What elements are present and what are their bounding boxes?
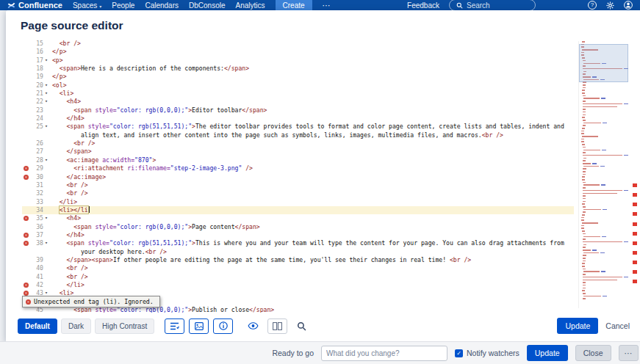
code-line[interactable]: ×37 </h4>: [22, 231, 574, 239]
code-line[interactable]: 28▾ <ac:image ac:width="870">: [22, 156, 574, 164]
fold-arrow-icon[interactable]: ▾: [43, 57, 52, 65]
nav-item-people[interactable]: People: [112, 1, 134, 10]
code-line[interactable]: 22▾ <h4>: [22, 98, 574, 106]
fold-arrow-icon[interactable]: ▾: [43, 98, 52, 106]
code-line[interactable]: 23 <span style="color: rgb(0,0,0);">Edit…: [22, 106, 574, 114]
code-text[interactable]: <span>Here is a description of the compo…: [52, 65, 574, 73]
nav-item-dbconsole[interactable]: DbConsole: [189, 1, 225, 10]
code-line[interactable]: 17▾<p>: [22, 57, 574, 65]
code-line[interactable]: 32 <br />: [22, 189, 574, 197]
fold-arrow-icon[interactable]: ▾: [43, 123, 52, 131]
code-text[interactable]: <li>: [52, 90, 574, 98]
code-line[interactable]: 25▾ <span style="color: rgb(51,51,51);">…: [22, 123, 574, 139]
code-line[interactable]: 33 </li>: [22, 198, 574, 206]
line-number: 41: [30, 273, 43, 281]
code-text[interactable]: <br />: [52, 189, 574, 197]
nav-item-spaces[interactable]: Spaces▾: [73, 1, 101, 10]
code-line[interactable]: 31 <br />: [22, 181, 574, 189]
code-text[interactable]: </li>: [52, 281, 574, 289]
code-line[interactable]: 18 <span>Here is a description of the co…: [22, 65, 574, 73]
code-line[interactable]: ×30 </ac:image>: [22, 173, 574, 181]
image-frame-button[interactable]: [189, 318, 209, 334]
footer-update-button[interactable]: Update: [527, 345, 568, 361]
code-text[interactable]: </li>: [52, 198, 574, 206]
code-text[interactable]: <br />: [52, 264, 574, 272]
code-line[interactable]: 26 <br />: [22, 139, 574, 148]
code-line[interactable]: ×35▾ <h4>: [22, 214, 574, 222]
code-text[interactable]: <ri:attachment ri:filename="step-2-image…: [52, 164, 574, 172]
nav-more-button[interactable]: ⋯: [323, 1, 331, 10]
notify-watchers-checkbox[interactable]: ✓: [455, 349, 463, 357]
minimap-viewport[interactable]: [579, 44, 628, 82]
code-line[interactable]: 27 </span>: [22, 148, 574, 156]
minimap[interactable]: [578, 41, 628, 308]
footer-close-button[interactable]: Close: [575, 345, 611, 361]
code-line[interactable]: 16</p>: [22, 48, 574, 56]
code-text[interactable]: <h4>: [52, 98, 574, 106]
user-avatar[interactable]: [624, 1, 633, 10]
code-text[interactable]: <li></li: [52, 206, 574, 214]
code-line[interactable]: 34 <li></li: [22, 206, 574, 214]
create-button[interactable]: Create: [276, 0, 312, 10]
code-text[interactable]: <span style="color: rgb(0,0,0);">Page co…: [52, 223, 574, 231]
fold-arrow-icon[interactable]: ▾: [43, 214, 52, 222]
code-text[interactable]: <h4>: [52, 214, 574, 222]
feedback-link[interactable]: Feedback: [407, 1, 439, 10]
code-text[interactable]: <br />: [52, 273, 574, 281]
code-text[interactable]: </h4>: [52, 231, 574, 239]
code-text[interactable]: <br />: [52, 139, 574, 148]
version-comment-input[interactable]: [321, 346, 447, 361]
code-line[interactable]: ×29 <ri:attachment ri:filename="step-2-i…: [22, 164, 574, 172]
fold-arrow-icon[interactable]: ▾: [43, 156, 52, 164]
theme-high-contrast-button[interactable]: High Contrast: [95, 318, 154, 334]
search-icon: [456, 2, 463, 9]
code-text[interactable]: <span style="color: rgb(51,51,51);">This…: [52, 239, 574, 256]
code-line[interactable]: 19</p>: [22, 73, 574, 81]
code-text[interactable]: <span style="color: rgb(0,0,0);">Editor …: [52, 106, 574, 114]
preview-button[interactable]: [243, 318, 263, 334]
settings-gear-icon[interactable]: [606, 1, 614, 10]
code-text[interactable]: </span>: [52, 148, 574, 156]
split-view-button[interactable]: [267, 318, 287, 334]
help-icon[interactable]: ?: [588, 1, 597, 10]
code-line[interactable]: 36 <span style="color: rgb(0,0,0);">Page…: [22, 223, 574, 231]
cancel-button[interactable]: Cancel: [605, 321, 630, 330]
code-text[interactable]: </p>: [52, 73, 574, 81]
info-button[interactable]: [213, 318, 233, 334]
code-line[interactable]: ×42 </li>: [22, 281, 574, 289]
code-line[interactable]: 21▾ <li>: [22, 90, 574, 98]
nav-item-analytics[interactable]: Analytics: [236, 1, 265, 10]
code-line[interactable]: 20▾<ol>: [22, 81, 574, 90]
code-text[interactable]: <br />: [52, 181, 574, 189]
code-line[interactable]: 15 <br />: [22, 40, 574, 48]
wrap-lines-button[interactable]: [165, 318, 184, 334]
code-text[interactable]: </span><span>If other people are editing…: [52, 256, 574, 264]
code-line[interactable]: 39 </span><span>If other people are edit…: [22, 256, 574, 264]
code-text[interactable]: </ac:image>: [52, 173, 574, 181]
code-text[interactable]: <span style="color: rgb(51,51,51);">The …: [52, 123, 574, 139]
code-text[interactable]: <ac:image ac:width="870">: [52, 156, 574, 164]
code-text[interactable]: </p>: [52, 48, 574, 56]
code-text[interactable]: <p>: [52, 57, 574, 65]
code-line[interactable]: 40 <br />: [22, 264, 574, 272]
nav-item-calendars[interactable]: Calendars: [145, 1, 179, 10]
code-text[interactable]: <ol>: [52, 81, 574, 90]
code-editor[interactable]: × Unexpected end tag (li). Ignored. 15 <…: [6, 38, 640, 313]
update-button[interactable]: Update: [557, 318, 598, 334]
search-input[interactable]: Search: [449, 0, 536, 10]
code-line[interactable]: ×38▾ <span style="color: rgb(51,51,51);"…: [22, 239, 574, 256]
fold-arrow-icon[interactable]: ▾: [43, 90, 52, 98]
code-line[interactable]: 41 <br />: [22, 273, 574, 281]
search-code-button[interactable]: [292, 318, 312, 334]
fold-arrow-icon[interactable]: ▾: [43, 81, 52, 90]
confluence-logo[interactable]: Confluence: [7, 1, 62, 10]
code-line[interactable]: 24 </h4>: [22, 114, 574, 123]
theme-dark-button[interactable]: Dark: [61, 318, 91, 334]
footer-more-button[interactable]: ⋯: [619, 345, 639, 361]
scrollbar-error-marks[interactable]: [633, 38, 638, 313]
fold-arrow-icon[interactable]: ▾: [43, 239, 52, 247]
line-number: 16: [30, 48, 43, 56]
theme-default-button[interactable]: Default: [18, 318, 57, 334]
code-text[interactable]: </h4>: [52, 114, 574, 123]
code-text[interactable]: <br />: [52, 40, 574, 48]
